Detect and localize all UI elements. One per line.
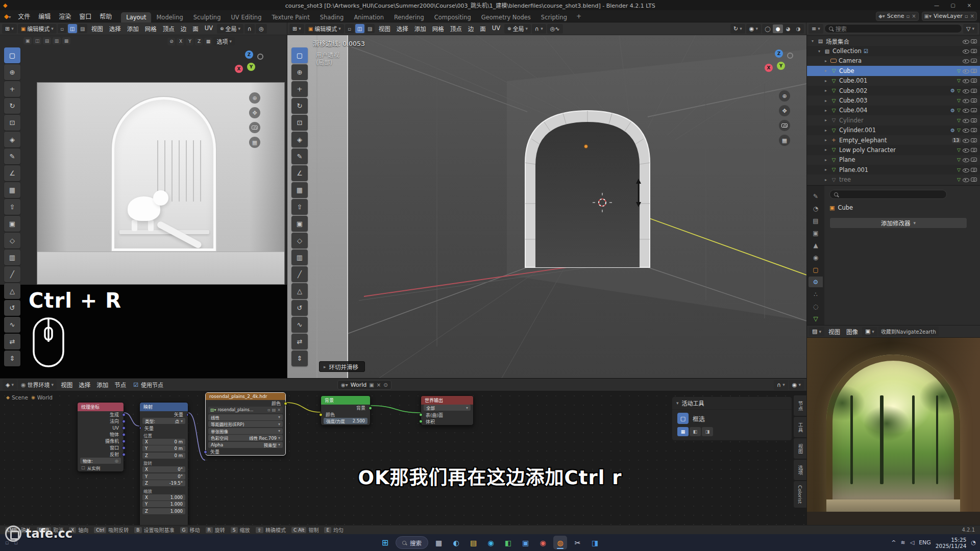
node-canvas[interactable]: ◆Scene◉World 纹理坐标 生成法向UV物体摄像机窗口反射 物体:◎ ☐… bbox=[0, 391, 806, 525]
image-menu-view[interactable]: 视图 bbox=[825, 327, 843, 337]
taskbar-icon-file-explorer[interactable]: ▤ bbox=[467, 536, 480, 549]
expand-icon[interactable]: ▾ bbox=[817, 49, 822, 54]
disable-render-toggle[interactable] bbox=[971, 128, 977, 132]
outliner-search-input[interactable]: 搜索 bbox=[824, 24, 962, 33]
image-unlink-icon[interactable]: × bbox=[277, 408, 281, 412]
node-header[interactable]: 世界输出 bbox=[421, 396, 473, 405]
outliner-row[interactable]: ▸▽Plane.001▽ bbox=[807, 165, 980, 174]
hide-eye-toggle[interactable] bbox=[963, 58, 969, 64]
collection-checkbox[interactable]: ☑ bbox=[864, 48, 868, 54]
node-panel-tab-view[interactable]: 视图 bbox=[794, 438, 806, 459]
mode-select-dropdown[interactable]: ▣编辑模式▾ bbox=[305, 24, 344, 34]
tool-measure[interactable]: ∠ bbox=[291, 165, 308, 181]
proportional-edit-button[interactable]: ◎∿ bbox=[547, 24, 563, 34]
node-header[interactable]: rosendal_plains_2_4k.hdr bbox=[206, 393, 285, 400]
socket-vector-out[interactable] bbox=[122, 453, 126, 456]
workspace-tab-geometry-nodes[interactable]: Geometry Nodes bbox=[476, 12, 536, 22]
world-datablock-selector[interactable]: ◉▾ World ▣ × ⊙ bbox=[337, 380, 391, 390]
disable-render-toggle[interactable] bbox=[971, 39, 977, 43]
camera-view-icon[interactable] bbox=[249, 122, 260, 133]
outliner-row[interactable]: ▸▽Cube.004⚙▽ bbox=[807, 106, 980, 115]
hide-eye-toggle[interactable] bbox=[963, 107, 969, 113]
disable-render-toggle[interactable] bbox=[971, 89, 977, 93]
transform-orientation-dropdown[interactable]: ⊕全局▾ bbox=[504, 24, 531, 34]
mirror-y-toggle[interactable]: Y bbox=[186, 38, 193, 45]
toggle-perspective-icon[interactable]: ▦ bbox=[249, 137, 260, 148]
tool-tweak-select[interactable]: ▢ bbox=[4, 47, 20, 63]
camera-viewport[interactable]: ▣ ◫ ▤ ▥ ▦ ⊘ XYZ ▦ 选项▾ ▢⊕+↻⊡◈✎∠▦⇧▣◇▥╱△↺∿⇄… bbox=[0, 35, 287, 378]
tool-annotate[interactable]: ✎ bbox=[4, 148, 20, 164]
properties-tab-tool[interactable]: ✎ bbox=[808, 191, 823, 202]
axis-negative-handle[interactable] bbox=[257, 54, 263, 60]
image-menu-image[interactable]: 图像 bbox=[843, 327, 861, 337]
mapping-scale-y-field[interactable]: Y1.000 bbox=[142, 501, 185, 507]
socket-vector-out[interactable] bbox=[186, 413, 188, 416]
workspace-tab-sculpting[interactable]: Sculpting bbox=[188, 12, 226, 22]
properties-tab-particles[interactable]: ∴ bbox=[808, 289, 823, 299]
snap-button[interactable]: ∩▾ bbox=[532, 24, 546, 34]
outliner-row[interactable]: ▾▧Collection☑ bbox=[807, 46, 980, 56]
viewport-menu-uv[interactable]: UV bbox=[489, 23, 503, 34]
disable-render-toggle[interactable] bbox=[971, 49, 977, 53]
taskbar-icon-chrome[interactable]: ◉ bbox=[536, 536, 550, 549]
tray-expand-icon[interactable]: ^ bbox=[891, 539, 896, 546]
texture-coordinate-node[interactable]: 纹理坐标 生成法向UV物体摄像机窗口反射 物体:◎ ☐从实例 bbox=[77, 402, 124, 472]
expand-icon[interactable]: ▸ bbox=[823, 88, 828, 93]
axis-z-handle[interactable]: Z bbox=[775, 49, 783, 58]
socket-vector-out[interactable] bbox=[122, 413, 126, 416]
navigation-axis-gizmo[interactable]: Z X Y bbox=[764, 49, 793, 79]
viewport-menu-add[interactable]: 添加 bbox=[124, 23, 142, 34]
mapping-rotation-x-field[interactable]: X0° bbox=[142, 466, 185, 472]
output-target-dropdown[interactable]: 全部▾ bbox=[424, 405, 471, 411]
viewlayer-selector[interactable]: ▣▾ ViewLayer ▫ × bbox=[922, 12, 977, 21]
source-dropdown[interactable]: 单张图像▾ bbox=[208, 428, 283, 434]
expand-icon[interactable]: ▸ bbox=[823, 108, 828, 113]
expand-icon[interactable]: ▸ bbox=[823, 147, 828, 152]
socket-color-in[interactable] bbox=[319, 413, 323, 416]
disable-render-toggle[interactable] bbox=[971, 79, 977, 83]
image-copy-icon[interactable]: ▫ bbox=[267, 408, 270, 412]
tool-cursor[interactable]: ⊕ bbox=[291, 64, 308, 80]
menu-file[interactable]: 文件 bbox=[14, 11, 34, 21]
hide-eye-toggle[interactable] bbox=[963, 68, 969, 74]
properties-tab-data[interactable]: ▽ bbox=[808, 313, 823, 324]
alpha-dropdown[interactable]: Alpha预乘型▾ bbox=[208, 442, 283, 448]
node-menu-add[interactable]: 添加 bbox=[93, 380, 111, 390]
editor-type-button[interactable]: ⊞▾ bbox=[289, 24, 304, 34]
menu-window[interactable]: 窗口 bbox=[75, 11, 95, 21]
viewport-menu-face[interactable]: 面 bbox=[189, 23, 202, 34]
toggle-perspective-icon[interactable]: ▦ bbox=[779, 135, 790, 146]
tool-rotate[interactable]: ↻ bbox=[4, 98, 20, 114]
taskbar-icon-edge[interactable]: ◉ bbox=[484, 536, 498, 549]
node-menu-node[interactable]: 节点 bbox=[111, 380, 129, 390]
scene-unlink-icon[interactable]: × bbox=[912, 13, 916, 19]
disable-render-toggle[interactable] bbox=[971, 108, 977, 112]
proportional-lock-icon[interactable]: ⊘ bbox=[167, 38, 175, 45]
tool-cursor[interactable]: ⊕ bbox=[4, 64, 20, 80]
viewport-menu-vertex[interactable]: 顶点 bbox=[447, 23, 465, 34]
shading-solid-button[interactable]: ● bbox=[773, 24, 783, 33]
tool-loop-cut[interactable]: ▥ bbox=[4, 249, 20, 265]
properties-tab-view-layer[interactable]: ▣ bbox=[808, 228, 823, 238]
expand-icon[interactable]: ▸ bbox=[823, 59, 828, 63]
socket-vector-out[interactable] bbox=[122, 433, 126, 436]
world-output-node[interactable]: 世界输出 全部▾ 表(曲)面 体积 bbox=[421, 395, 474, 425]
image-datablock-button[interactable]: ▣▾ bbox=[862, 327, 877, 336]
viewport-menu-vertex[interactable]: 顶点 bbox=[160, 23, 178, 34]
node-header[interactable]: 映射 bbox=[140, 403, 188, 411]
tool-poly-build[interactable]: △ bbox=[291, 283, 308, 299]
start-button[interactable]: ⊞ bbox=[378, 536, 392, 549]
select-mode-face-button[interactable]: ▨ bbox=[365, 24, 375, 33]
mirror-x-toggle[interactable]: X bbox=[177, 38, 184, 45]
socket-vector-out[interactable] bbox=[122, 419, 126, 423]
tool-add-cube[interactable]: ▦ bbox=[291, 182, 308, 198]
socket-vector-in[interactable] bbox=[204, 450, 207, 454]
tool-transform[interactable]: ◈ bbox=[4, 132, 20, 147]
tool-scale[interactable]: ⊡ bbox=[291, 115, 308, 131]
hide-eye-toggle[interactable] bbox=[963, 147, 969, 153]
proportional-edit-button[interactable]: ◎ bbox=[256, 24, 267, 34]
mapping-location-z-field[interactable]: Z0 m bbox=[142, 453, 185, 459]
use-nodes-checkbox[interactable]: ☑使用节点 bbox=[133, 381, 163, 389]
select-mode-subtract-button[interactable]: ◨ bbox=[702, 427, 713, 436]
tool-edge-slide[interactable]: ⇄ bbox=[4, 334, 20, 349]
